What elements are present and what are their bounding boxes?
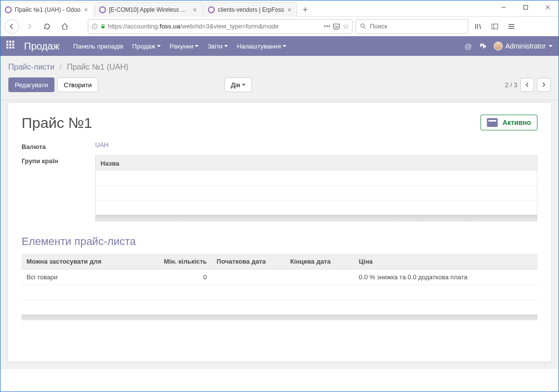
user-menu[interactable]: Administrator [494, 42, 553, 50]
list-footer [96, 215, 537, 221]
control-bar: Прайс-листи / Прайс №1 (UAH) Редагувати … [0, 56, 559, 100]
page-title: Прайс №1 [22, 115, 92, 131]
archive-icon [487, 118, 498, 127]
mention-icon[interactable]: @ [464, 42, 472, 50]
list-item[interactable] [96, 171, 537, 186]
field-label-currency: Валюта [22, 141, 95, 150]
browser-tab-3[interactable]: clients-vendors | ErpFoss × [203, 2, 297, 17]
apps-icon[interactable] [6, 41, 17, 51]
menu-invoices[interactable]: Рахунки [170, 43, 199, 50]
table-row[interactable]: Всі товари 0 0.0 % знижка та 0.0 додатко… [22, 270, 537, 285]
col-date-start[interactable]: Початкова дата [212, 254, 285, 270]
browser-titlebar: Прайс №1 (UAH) - Odoo × [E-COM10] Apple … [0, 0, 559, 17]
table-row[interactable] [22, 300, 537, 315]
list-item[interactable] [96, 186, 537, 200]
menu-sales[interactable]: Продаж [132, 43, 161, 50]
breadcrumb-current: Прайс №1 (UAH) [67, 63, 128, 71]
search-input[interactable] [370, 23, 464, 30]
browser-tab-1[interactable]: Прайс №1 (UAH) - Odoo × [0, 2, 94, 17]
svg-line-9 [364, 26, 366, 28]
tab-title: clients-vendors | ErpFoss [218, 6, 284, 13]
svg-rect-7 [102, 26, 104, 28]
pager-text: 2 / 3 [505, 81, 517, 89]
country-groups-header: Назва [96, 156, 537, 171]
app-title: Продаж [24, 41, 59, 52]
maximize-button[interactable] [514, 0, 536, 14]
field-label-country-groups: Групи країн [22, 155, 95, 165]
minimize-button[interactable] [492, 0, 514, 14]
chevron-down-icon [282, 45, 286, 47]
status-badge[interactable]: Активно [481, 115, 537, 130]
col-min-qty[interactable]: Мін. кількість [153, 254, 212, 270]
col-price[interactable]: Ціна [354, 254, 537, 270]
pager-next-button[interactable] [537, 78, 551, 92]
library-icon[interactable] [471, 20, 485, 33]
col-date-end[interactable]: Кінцева дата [285, 254, 354, 270]
col-applied-on[interactable]: Можна застосувати для [22, 254, 153, 270]
sidebar-icon[interactable] [488, 20, 502, 33]
chat-icon[interactable] [479, 42, 487, 50]
pager-prev-button[interactable] [520, 78, 534, 92]
new-tab-button[interactable]: + [298, 3, 312, 17]
table-footer [22, 315, 537, 320]
forward-button[interactable] [22, 19, 37, 34]
list-item[interactable] [96, 200, 537, 215]
search-field[interactable] [356, 19, 468, 34]
favicon-icon [208, 6, 215, 13]
reload-button[interactable] [40, 19, 54, 34]
url-field[interactable]: https://accounting.foss.ua/web#id=3&view… [88, 19, 353, 34]
form-sheet: Прайс №1 Активно Валюта UAH Групи країн … [7, 102, 552, 362]
chevron-down-icon [224, 45, 228, 47]
menu-reports[interactable]: Звіти [207, 43, 228, 50]
chevron-down-icon [157, 45, 161, 47]
chevron-down-icon [549, 45, 553, 47]
svg-line-12 [480, 24, 481, 29]
favicon-icon [5, 6, 12, 13]
chevron-down-icon [242, 84, 246, 86]
chevron-down-icon [195, 45, 199, 47]
svg-point-8 [361, 24, 364, 27]
svg-rect-1 [524, 5, 528, 9]
app-header: Продаж Панель приладів Продаж Рахунки Зв… [0, 36, 559, 56]
action-dropdown[interactable]: Дія [225, 77, 252, 92]
browser-tab-2[interactable]: [E-COM10] Apple Wireless Key × [95, 2, 203, 17]
more-icon[interactable]: ••• [324, 23, 330, 30]
currency-value[interactable]: UAH [95, 141, 108, 148]
search-icon [360, 23, 367, 30]
user-name: Administrator [506, 42, 546, 50]
create-button[interactable]: Створити [57, 77, 98, 92]
menu-settings[interactable]: Налаштування [237, 43, 286, 50]
svg-rect-13 [492, 24, 498, 29]
info-icon [91, 23, 98, 30]
tab-title: [E-COM10] Apple Wireless Key [109, 6, 189, 13]
breadcrumb-root[interactable]: Прайс-листи [8, 63, 54, 71]
close-window-button[interactable] [536, 0, 559, 14]
close-icon[interactable]: × [191, 6, 198, 13]
favicon-icon [99, 6, 106, 13]
edit-button[interactable]: Редагувати [8, 77, 54, 92]
menu-dashboard[interactable]: Панель приладів [73, 43, 123, 50]
country-groups-list: Назва [95, 155, 537, 221]
pocket-icon[interactable] [332, 23, 340, 30]
lock-icon [100, 24, 106, 29]
pager: 2 / 3 [505, 78, 551, 92]
section-title-items: Елементи прайс-листа [22, 235, 537, 248]
tab-title: Прайс №1 (UAH) - Odoo [15, 6, 80, 13]
bookmark-icon[interactable]: ☆ [342, 22, 349, 31]
close-icon[interactable]: × [82, 6, 89, 13]
breadcrumb: Прайс-листи / Прайс №1 (UAH) [8, 56, 551, 77]
home-button[interactable] [57, 19, 72, 34]
status-text: Активно [503, 119, 531, 126]
address-bar: https://accounting.foss.ua/web#id=3&view… [0, 17, 559, 36]
avatar [494, 42, 503, 50]
pricelist-items-table: Можна застосувати для Мін. кількість Поч… [22, 254, 537, 320]
svg-point-6 [94, 24, 95, 25]
url-text: https://accounting.foss.ua/web#id=3&view… [108, 23, 322, 30]
close-icon[interactable]: × [286, 6, 293, 13]
table-row[interactable] [22, 285, 537, 300]
menu-icon[interactable] [505, 20, 518, 33]
back-button[interactable] [4, 19, 19, 34]
